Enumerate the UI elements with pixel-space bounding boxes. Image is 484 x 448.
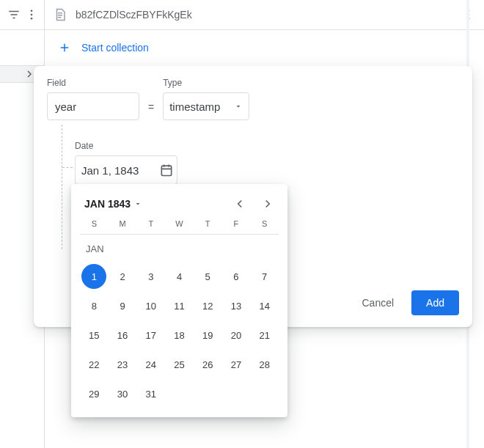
day-cell[interactable]: 8 <box>80 291 109 320</box>
day-cell[interactable]: 9 <box>109 291 137 320</box>
day-cell[interactable]: 4 <box>165 262 194 291</box>
date-label: Date <box>75 141 93 151</box>
weekday-label: T <box>194 219 222 228</box>
dropdown-icon <box>133 199 142 208</box>
day-cell[interactable]: 16 <box>109 320 137 350</box>
day-cell[interactable]: 1 <box>80 262 109 291</box>
day-cell[interactable]: 7 <box>250 262 279 291</box>
day-cell[interactable]: 15 <box>80 320 109 350</box>
day-cell[interactable]: 29 <box>80 379 109 408</box>
field-label: Field <box>47 78 139 88</box>
day-cell[interactable]: 21 <box>250 320 279 350</box>
svg-rect-6 <box>161 166 171 175</box>
document-icon <box>54 8 67 21</box>
day-cell[interactable]: 22 <box>80 350 109 379</box>
svg-point-2 <box>31 18 33 20</box>
type-label: Type <box>163 78 249 88</box>
datepicker-month-label: JAN <box>80 235 279 262</box>
day-cell[interactable]: 17 <box>136 320 165 350</box>
filter-icon[interactable] <box>7 8 21 21</box>
weekday-label: W <box>165 219 194 228</box>
more-vert-icon[interactable] <box>25 8 38 21</box>
type-select[interactable]: timestamp <box>163 92 249 120</box>
svg-point-1 <box>31 14 33 16</box>
prev-month-button[interactable] <box>233 197 246 210</box>
start-collection-button[interactable]: Start collection <box>44 30 484 65</box>
equals-label: = <box>148 101 154 113</box>
start-collection-label: Start collection <box>81 42 149 54</box>
day-cell[interactable]: 30 <box>109 379 137 408</box>
day-cell[interactable]: 14 <box>250 291 279 320</box>
weekday-label: F <box>222 219 251 228</box>
day-cell[interactable]: 5 <box>194 262 222 291</box>
day-cell[interactable]: 20 <box>222 320 251 350</box>
calendar-icon[interactable] <box>159 163 174 177</box>
field-name-input[interactable] <box>47 92 139 120</box>
day-cell[interactable]: 10 <box>136 291 165 320</box>
day-cell[interactable]: 28 <box>250 350 279 379</box>
day-cell[interactable]: 25 <box>165 350 194 379</box>
date-input[interactable] <box>81 164 155 177</box>
dropdown-icon <box>234 102 243 111</box>
day-cell[interactable]: 11 <box>165 291 194 320</box>
type-value: timestamp <box>169 100 220 113</box>
svg-point-0 <box>31 10 33 12</box>
day-cell[interactable]: 31 <box>136 379 165 408</box>
document-id: b82fCZDlSczFBYFkKgEk <box>76 9 192 21</box>
weekday-label: S <box>80 219 109 228</box>
day-cell[interactable]: 27 <box>222 350 251 379</box>
day-cell[interactable]: 24 <box>136 350 165 379</box>
day-cell[interactable]: 18 <box>165 320 194 350</box>
datepicker: JAN 1843 SMTWTFS JAN 1234567891011121314… <box>71 184 287 417</box>
day-cell[interactable]: 13 <box>222 291 251 320</box>
add-button[interactable]: Add <box>411 290 459 315</box>
day-cell[interactable]: 26 <box>194 350 222 379</box>
weekday-label: M <box>109 219 137 228</box>
datepicker-month-year-button[interactable]: JAN 1843 <box>84 198 142 210</box>
day-cell[interactable]: 12 <box>194 291 222 320</box>
day-cell[interactable]: 23 <box>109 350 137 379</box>
day-cell[interactable]: 2 <box>109 262 137 291</box>
weekday-label: T <box>136 219 165 228</box>
next-month-button[interactable] <box>261 197 274 210</box>
plus-icon <box>58 41 71 54</box>
weekday-label: S <box>250 219 279 228</box>
cancel-button[interactable]: Cancel <box>351 291 404 315</box>
day-cell[interactable]: 3 <box>136 262 165 291</box>
day-cell[interactable]: 6 <box>222 262 251 291</box>
datepicker-title: JAN 1843 <box>84 198 131 210</box>
day-cell[interactable]: 19 <box>194 320 222 350</box>
